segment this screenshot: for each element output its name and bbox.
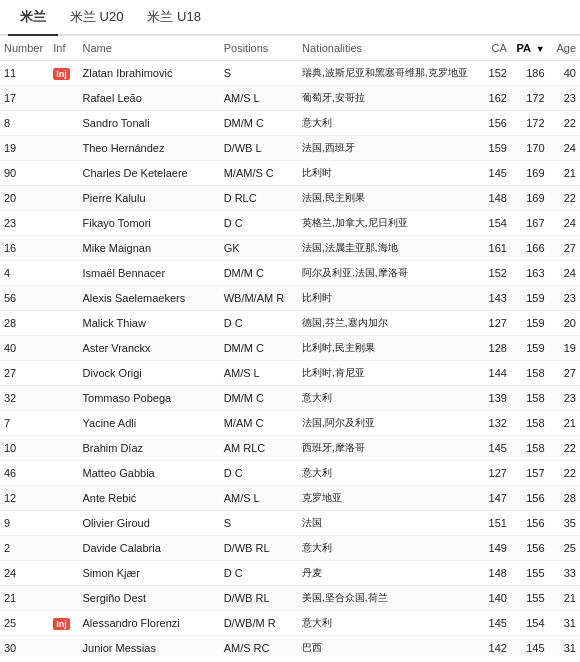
tab-milan-u18[interactable]: 米兰 U18 bbox=[135, 0, 212, 36]
table-row[interactable]: 23Fikayo TomoriD C英格兰,加拿大,尼日利亚15416724 bbox=[0, 211, 580, 236]
cell-age: 24 bbox=[549, 211, 580, 236]
col-ca[interactable]: CA bbox=[480, 36, 511, 61]
col-positions[interactable]: Positions bbox=[220, 36, 298, 61]
cell-nationalities: 法国,民主刚果 bbox=[298, 186, 479, 211]
cell-age: 22 bbox=[549, 111, 580, 136]
table-row[interactable]: 25InjAlessandro FlorenziD/WB/M R意大利14515… bbox=[0, 611, 580, 636]
table-row[interactable]: 24Simon KjærD C丹麦14815533 bbox=[0, 561, 580, 586]
cell-ca: 151 bbox=[480, 511, 511, 536]
cell-inf bbox=[49, 311, 78, 336]
cell-nationalities: 意大利 bbox=[298, 611, 479, 636]
tab-bar: 米兰米兰 U20米兰 U18 bbox=[0, 0, 580, 36]
table-row[interactable]: 7Yacine AdliM/AM C法国,阿尔及利亚13215821 bbox=[0, 411, 580, 436]
cell-name: Matteo Gabbia bbox=[79, 461, 220, 486]
cell-positions: D/WB RL bbox=[220, 536, 298, 561]
table-row[interactable]: 10Brahim DíazAM RLC西班牙,摩洛哥14515822 bbox=[0, 436, 580, 461]
table-row[interactable]: 21Sergiño DestD/WB RL美国,坚合众国,荷兰14015521 bbox=[0, 586, 580, 611]
sort-arrow-down: ▼ bbox=[536, 44, 545, 54]
table-row[interactable]: 16Mike MaignanGK法国,法属圭亚那,海地16116627 bbox=[0, 236, 580, 261]
cell-positions: AM RLC bbox=[220, 436, 298, 461]
table-row[interactable]: 30Junior MessiasAM/S RC巴西14214531 bbox=[0, 636, 580, 657]
cell-age: 21 bbox=[549, 411, 580, 436]
cell-nationalities: 法国,法属圭亚那,海地 bbox=[298, 236, 479, 261]
col-pa[interactable]: PA ▼ bbox=[511, 36, 549, 61]
cell-positions: AM/S L bbox=[220, 86, 298, 111]
cell-age: 33 bbox=[549, 561, 580, 586]
player-table-container: Number Inf Name Positions Nationalities … bbox=[0, 36, 580, 656]
cell-pa: 163 bbox=[511, 261, 549, 286]
cell-name: Ante Rebić bbox=[79, 486, 220, 511]
cell-positions: WB/M/AM R bbox=[220, 286, 298, 311]
cell-ca: 143 bbox=[480, 286, 511, 311]
cell-positions: D C bbox=[220, 211, 298, 236]
cell-age: 23 bbox=[549, 86, 580, 111]
table-row[interactable]: 17Rafael LeãoAM/S L葡萄牙,安哥拉16217223 bbox=[0, 86, 580, 111]
cell-name: Sergiño Dest bbox=[79, 586, 220, 611]
cell-number: 27 bbox=[0, 361, 49, 386]
injury-badge: Inj bbox=[53, 68, 70, 80]
table-row[interactable]: 40Aster VranckxDM/M C比利时,民主刚果12815919 bbox=[0, 336, 580, 361]
cell-pa: 167 bbox=[511, 211, 549, 236]
cell-nationalities: 法国,西班牙 bbox=[298, 136, 479, 161]
table-row[interactable]: 56Alexis SaelemaekersWB/M/AM R比利时1431592… bbox=[0, 286, 580, 311]
cell-ca: 139 bbox=[480, 386, 511, 411]
cell-positions: D RLC bbox=[220, 186, 298, 211]
table-row[interactable]: 46Matteo GabbiaD C意大利12715722 bbox=[0, 461, 580, 486]
cell-pa: 159 bbox=[511, 286, 549, 311]
cell-pa: 156 bbox=[511, 486, 549, 511]
cell-nationalities: 意大利 bbox=[298, 461, 479, 486]
cell-pa: 158 bbox=[511, 361, 549, 386]
cell-number: 16 bbox=[0, 236, 49, 261]
cell-pa: 155 bbox=[511, 586, 549, 611]
cell-number: 46 bbox=[0, 461, 49, 486]
table-row[interactable]: 9Olivier GiroudS法国15115635 bbox=[0, 511, 580, 536]
col-number[interactable]: Number bbox=[0, 36, 49, 61]
table-row[interactable]: 27Divock OrigiAM/S L比利时,肯尼亚14415827 bbox=[0, 361, 580, 386]
table-header: Number Inf Name Positions Nationalities … bbox=[0, 36, 580, 61]
cell-age: 21 bbox=[549, 586, 580, 611]
cell-name: Fikayo Tomori bbox=[79, 211, 220, 236]
cell-inf bbox=[49, 136, 78, 161]
cell-name: Pierre Kalulu bbox=[79, 186, 220, 211]
cell-positions: M/AM/S C bbox=[220, 161, 298, 186]
table-row[interactable]: 11InjZlatan IbrahimovićS瑞典,波斯尼亚和黑塞哥维那,克罗… bbox=[0, 61, 580, 86]
table-row[interactable]: 12Ante RebićAM/S L克罗地亚14715628 bbox=[0, 486, 580, 511]
col-age[interactable]: Age bbox=[549, 36, 580, 61]
cell-ca: 145 bbox=[480, 161, 511, 186]
cell-positions: AM/S RC bbox=[220, 636, 298, 657]
cell-number: 2 bbox=[0, 536, 49, 561]
cell-ca: 142 bbox=[480, 636, 511, 657]
cell-name: Alexis Saelemaekers bbox=[79, 286, 220, 311]
cell-age: 31 bbox=[549, 611, 580, 636]
cell-ca: 148 bbox=[480, 186, 511, 211]
cell-pa: 156 bbox=[511, 511, 549, 536]
table-row[interactable]: 2Davide CalabriaD/WB RL意大利14915625 bbox=[0, 536, 580, 561]
table-row[interactable]: 8Sandro TonaliDM/M C意大利15617222 bbox=[0, 111, 580, 136]
cell-number: 9 bbox=[0, 511, 49, 536]
cell-name: Alessandro Florenzi bbox=[79, 611, 220, 636]
col-nationalities[interactable]: Nationalities bbox=[298, 36, 479, 61]
cell-positions: DM/M C bbox=[220, 111, 298, 136]
cell-positions: AM/S L bbox=[220, 486, 298, 511]
cell-age: 35 bbox=[549, 511, 580, 536]
table-row[interactable]: 32Tommaso PobegaDM/M C意大利13915823 bbox=[0, 386, 580, 411]
cell-name: Junior Messias bbox=[79, 636, 220, 657]
cell-nationalities: 比利时 bbox=[298, 161, 479, 186]
col-name[interactable]: Name bbox=[79, 36, 220, 61]
cell-number: 4 bbox=[0, 261, 49, 286]
cell-inf bbox=[49, 186, 78, 211]
cell-age: 27 bbox=[549, 361, 580, 386]
cell-inf bbox=[49, 511, 78, 536]
tab-milan-u20[interactable]: 米兰 U20 bbox=[58, 0, 135, 36]
table-row[interactable]: 4Ismaël BennacerDM/M C阿尔及利亚,法国,摩洛哥152163… bbox=[0, 261, 580, 286]
cell-inf: Inj bbox=[49, 611, 78, 636]
table-row[interactable]: 90Charles De KetelaereM/AM/S C比利时1451692… bbox=[0, 161, 580, 186]
col-inf[interactable]: Inf bbox=[49, 36, 78, 61]
table-row[interactable]: 20Pierre KaluluD RLC法国,民主刚果14816922 bbox=[0, 186, 580, 211]
tab-milan[interactable]: 米兰 bbox=[8, 0, 58, 36]
table-row[interactable]: 19Theo HernándezD/WB L法国,西班牙15917024 bbox=[0, 136, 580, 161]
table-row[interactable]: 28Malick ThiawD C德国,芬兰,塞内加尔12715920 bbox=[0, 311, 580, 336]
cell-inf bbox=[49, 361, 78, 386]
cell-age: 24 bbox=[549, 136, 580, 161]
cell-ca: 149 bbox=[480, 536, 511, 561]
